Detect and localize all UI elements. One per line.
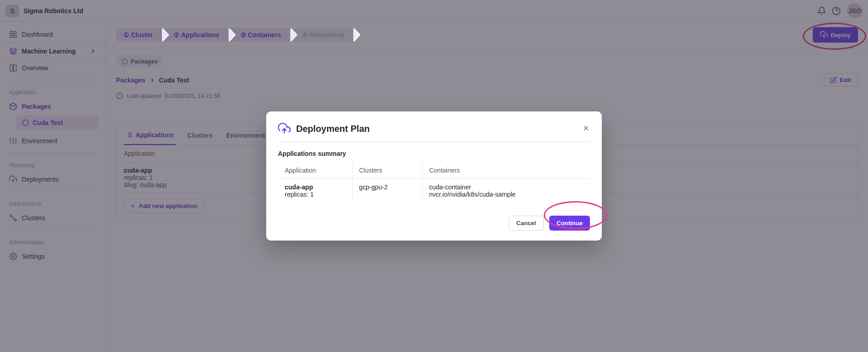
deployment-plan-modal: Deployment Plan Applications summary App… [266,111,602,241]
cell-container-name: cuda-container [429,183,583,191]
cell-app-meta: replicas: 1 [285,191,346,198]
cell-cluster: gcp-gpu-2 [352,179,423,203]
continue-button[interactable]: Continue [549,216,590,231]
close-icon[interactable] [582,124,590,134]
modal-section-title: Applications summary [278,150,590,157]
cancel-button[interactable]: Cancel [509,216,544,231]
summary-row: cuda-app replicas: 1 gcp-gpu-2 cuda-cont… [278,179,590,203]
col-containers: Containers [423,162,590,179]
cell-app-name: cuda-app [285,183,346,191]
cloud-upload-icon [278,122,291,135]
cell-container-image: nvcr.io/nvidia/k8s/cuda-sample [429,191,583,198]
modal-title: Deployment Plan [296,124,370,134]
col-application: Application [278,162,353,179]
modal-overlay[interactable]: Deployment Plan Applications summary App… [0,0,868,352]
summary-table: Application Clusters Containers cuda-app… [278,162,590,203]
col-clusters: Clusters [352,162,423,179]
